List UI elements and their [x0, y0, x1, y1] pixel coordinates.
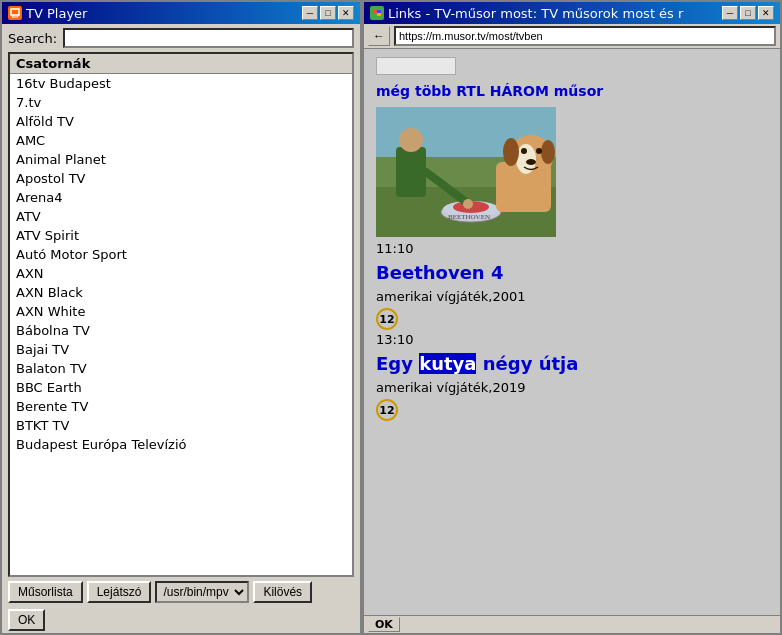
bottom-bar: Műsorlista Lejátszó /usr/bin/mpv Kilövés — [2, 577, 360, 607]
channel-list-header: Csatornák — [10, 54, 352, 74]
svg-rect-6 — [373, 13, 377, 16]
svg-point-25 — [536, 148, 542, 154]
browser-maximize-button[interactable]: □ — [740, 6, 756, 20]
ok-bar: OK — [2, 607, 360, 633]
svg-rect-15 — [396, 147, 426, 197]
browser-title: Links - TV-műsor most: TV műsorok most é… — [388, 6, 683, 21]
channel-list[interactable]: 16tv Budapest7.tvAlföld TVAMCAnimal Plan… — [10, 74, 352, 575]
channel-item[interactable]: Alföld TV — [10, 112, 352, 131]
browser-nav-bar: ← — [364, 24, 780, 49]
svg-point-22 — [503, 138, 519, 166]
channel-item[interactable]: ATV Spirit — [10, 226, 352, 245]
channel-item[interactable]: Apostol TV — [10, 169, 352, 188]
channel-item[interactable]: 7.tv — [10, 93, 352, 112]
search-bar: Search: — [2, 24, 360, 52]
browser-window: Links - TV-műsor most: TV műsorok most é… — [362, 0, 782, 635]
maximize-button[interactable]: □ — [320, 6, 336, 20]
channel-item[interactable]: Autó Motor Sport — [10, 245, 352, 264]
close-button[interactable]: ✕ — [338, 6, 354, 20]
channel-item[interactable]: Budapest Európa Televízió — [10, 435, 352, 454]
browser-ok-label: OK — [368, 617, 400, 632]
lejatszo-button[interactable]: Lejátszó — [87, 581, 152, 603]
program1-title[interactable]: Beethoven 4 — [376, 262, 768, 283]
channel-item[interactable]: Bajai TV — [10, 340, 352, 359]
program2-title-highlighted: kutya — [419, 353, 476, 374]
program2-title[interactable]: Egy kutya négy útja — [376, 353, 768, 374]
program2-title-part1: Egy — [376, 353, 419, 374]
player-path-select[interactable]: /usr/bin/mpv — [155, 581, 249, 603]
search-label: Search: — [8, 31, 57, 46]
search-input[interactable] — [63, 28, 354, 48]
program2-age-badge: 12 — [376, 399, 398, 421]
channel-item[interactable]: AXN Black — [10, 283, 352, 302]
svg-point-23 — [541, 140, 555, 164]
program-image: BEETHOVEN — [376, 107, 556, 237]
musorlista-button[interactable]: Műsorlista — [8, 581, 83, 603]
channel-item[interactable]: Berente TV — [10, 397, 352, 416]
program1-time: 11:10 — [376, 241, 768, 256]
browser-search-input[interactable] — [376, 57, 456, 75]
tv-player-icon — [8, 6, 22, 20]
tv-player-window: TV Player ─ □ ✕ Search: Csatornák 16tv B… — [0, 0, 362, 635]
tv-player-win-controls: ─ □ ✕ — [302, 6, 354, 20]
channel-item[interactable]: AMC — [10, 131, 352, 150]
url-bar[interactable] — [394, 26, 776, 46]
browser-content[interactable]: még több RTL HÁROM műsor BEETHOVEN — [364, 49, 780, 615]
channel-item[interactable]: Balaton TV — [10, 359, 352, 378]
channel-item[interactable]: Arena4 — [10, 188, 352, 207]
minimize-button[interactable]: ─ — [302, 6, 318, 20]
svg-point-16 — [399, 128, 423, 152]
back-button[interactable]: ← — [368, 26, 390, 46]
channel-list-container: Csatornák 16tv Budapest7.tvAlföld TVAMCA… — [8, 52, 354, 577]
browser-titlebar: Links - TV-műsor most: TV műsorok most é… — [364, 2, 780, 24]
svg-point-26 — [526, 159, 536, 165]
rtl-link[interactable]: még több RTL HÁROM műsor — [376, 83, 768, 99]
kiluves-button[interactable]: Kilövés — [253, 581, 312, 603]
program2-info: amerikai vígjáték,2019 — [376, 380, 768, 395]
svg-rect-4 — [373, 10, 377, 13]
channel-item[interactable]: BBC Earth — [10, 378, 352, 397]
browser-icon — [370, 6, 384, 20]
browser-minimize-button[interactable]: ─ — [722, 6, 738, 20]
channel-item[interactable]: AXN White — [10, 302, 352, 321]
tv-player-titlebar: TV Player ─ □ ✕ — [2, 2, 360, 24]
svg-rect-7 — [377, 13, 381, 16]
browser-close-button[interactable]: ✕ — [758, 6, 774, 20]
channel-item[interactable]: AXN — [10, 264, 352, 283]
channel-item[interactable]: Bábolna TV — [10, 321, 352, 340]
channel-item[interactable]: ATV — [10, 207, 352, 226]
svg-point-18 — [463, 199, 473, 209]
program1-end-time: 13:10 — [376, 332, 768, 347]
channel-item[interactable]: BTKT TV — [10, 416, 352, 435]
channel-item[interactable]: 16tv Budapest — [10, 74, 352, 93]
channel-item[interactable]: Animal Planet — [10, 150, 352, 169]
program1-age-badge: 12 — [376, 308, 398, 330]
svg-text:BEETHOVEN: BEETHOVEN — [448, 213, 490, 221]
svg-point-24 — [521, 148, 527, 154]
browser-status: OK — [364, 615, 780, 633]
program1-info: amerikai vígjáték,2001 — [376, 289, 768, 304]
svg-rect-5 — [377, 10, 381, 13]
svg-rect-0 — [11, 9, 19, 15]
program2-title-part2: négy útja — [476, 353, 578, 374]
ok-button[interactable]: OK — [8, 609, 45, 631]
browser-win-controls: ─ □ ✕ — [722, 6, 774, 20]
tv-player-title: TV Player — [26, 6, 87, 21]
